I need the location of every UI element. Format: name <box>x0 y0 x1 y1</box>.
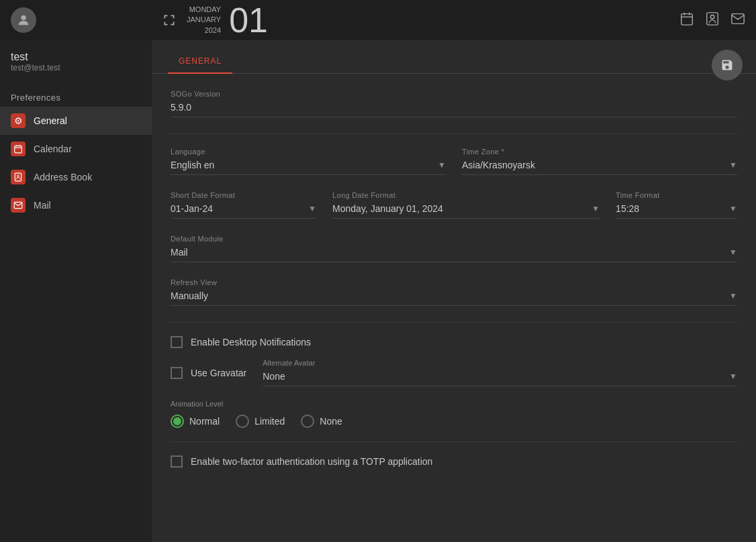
fullscreen-button[interactable] <box>162 13 176 27</box>
gear-icon: ⚙ <box>11 113 26 128</box>
topbar: MONDAY JANUARY 2024 01 <box>0 0 756 40</box>
sidebar-item-general[interactable]: ⚙ General <box>0 107 152 135</box>
timezone-label: Time Zone * <box>462 148 737 156</box>
totp-row[interactable]: Enable two-factor authentication using a… <box>171 455 737 468</box>
date-number: 01 <box>229 3 268 38</box>
short-date-field: Short Date Format 01-Jan-24 ▼ <box>171 191 316 219</box>
sidebar-item-mail[interactable]: Mail <box>0 191 152 219</box>
main-area: test test@test.test Preferences ⚙ Genera… <box>0 40 756 542</box>
avatar <box>11 7 36 33</box>
animation-limited-label: Limited <box>254 416 285 427</box>
sidebar-item-label: Mail <box>34 200 51 211</box>
date-format-row: Short Date Format 01-Jan-24 ▼ Long Date … <box>171 191 737 219</box>
animation-none-label: None <box>320 416 342 427</box>
gravatar-left: Use Gravatar <box>171 367 246 379</box>
radio-normal-inner <box>173 417 181 425</box>
svg-point-0 <box>21 15 26 20</box>
topbar-left <box>11 7 162 33</box>
animation-none[interactable]: None <box>301 415 342 428</box>
refresh-view-select-wrapper[interactable]: Manually ▼ <box>171 290 737 306</box>
timezone-select[interactable]: Asia/Krasnoyarsk <box>462 160 729 170</box>
svg-rect-1 <box>681 13 693 24</box>
sidebar-item-label: Address Book <box>34 172 92 182</box>
default-module-row: Default Module Mail ▼ <box>171 235 737 262</box>
default-module-select-wrapper[interactable]: Mail ▼ <box>171 247 737 262</box>
language-select[interactable]: English en <box>171 160 438 170</box>
sidebar-item-calendar[interactable]: Calendar <box>0 135 152 163</box>
refresh-view-select[interactable]: Manually <box>171 290 729 301</box>
language-label: Language <box>171 148 446 156</box>
language-select-arrow: ▼ <box>438 160 446 170</box>
svg-rect-4 <box>732 13 744 23</box>
language-field: Language English en ▼ <box>171 148 446 175</box>
svg-rect-5 <box>15 146 22 153</box>
alternate-avatar-arrow: ▼ <box>729 372 737 381</box>
sidebar: test test@test.test Preferences ⚙ Genera… <box>0 40 152 542</box>
long-date-field: Long Date Format Monday, January 01, 202… <box>332 191 600 219</box>
time-format-select-wrapper[interactable]: 15:28 ▼ <box>616 203 737 219</box>
calendar-icon <box>11 142 26 156</box>
radio-none-outer <box>301 415 314 428</box>
radio-limited-outer <box>236 415 249 428</box>
totp-checkbox[interactable] <box>171 455 183 468</box>
sidebar-section-label: Preferences <box>0 83 152 107</box>
timezone-select-arrow: ▼ <box>729 160 737 170</box>
svg-point-3 <box>710 15 714 19</box>
notifications-checkbox-row[interactable]: Enable Desktop Notifications <box>171 336 737 348</box>
save-button[interactable] <box>712 50 743 80</box>
gravatar-checkbox[interactable] <box>171 367 183 379</box>
calendar-top-icon[interactable] <box>679 11 694 30</box>
refresh-view-row: Refresh View Manually ▼ <box>171 278 737 306</box>
timezone-field: Time Zone * Asia/Krasnoyarsk ▼ <box>462 148 737 175</box>
animation-radio-group: Normal Limited None <box>171 415 737 428</box>
svg-point-7 <box>17 175 19 177</box>
animation-normal-label: Normal <box>189 416 220 427</box>
default-module-label: Default Module <box>171 235 737 243</box>
addressbook-icon <box>11 170 26 184</box>
default-module-arrow: ▼ <box>729 248 737 257</box>
short-date-label: Short Date Format <box>171 191 316 199</box>
default-module-select[interactable]: Mail <box>171 247 729 258</box>
short-date-select[interactable]: 01-Jan-24 <box>171 203 308 214</box>
long-date-select-wrapper[interactable]: Monday, January 01, 2024 ▼ <box>332 203 600 219</box>
user-info: test test@test.test <box>0 46 152 83</box>
animation-section: Animation Level Normal Limited No <box>171 400 737 428</box>
alternate-avatar-select-wrapper[interactable]: None ▼ <box>263 371 737 386</box>
language-select-wrapper[interactable]: English en ▼ <box>171 160 446 175</box>
animation-normal[interactable]: Normal <box>171 415 220 428</box>
user-name: test <box>11 51 141 63</box>
month-name: JANUARY <box>187 15 221 25</box>
time-format-select[interactable]: 15:28 <box>616 203 729 214</box>
refresh-view-label: Refresh View <box>171 278 737 286</box>
totp-label: Enable two-factor authentication using a… <box>191 456 432 467</box>
short-date-select-wrapper[interactable]: 01-Jan-24 ▼ <box>171 203 316 219</box>
contacts-top-icon[interactable] <box>705 11 720 30</box>
content-area: GENERAL SOGo Version 5.9.0 Language Engl… <box>152 40 756 542</box>
tab-bar: GENERAL <box>152 40 756 74</box>
sogo-version-row: SOGo Version 5.9.0 <box>171 90 737 117</box>
sidebar-item-label: Calendar <box>34 144 72 154</box>
tab-general[interactable]: GENERAL <box>168 50 232 74</box>
sogo-version-label: SOGo Version <box>171 90 737 98</box>
gravatar-row: Use Gravatar Alternate Avatar None ▼ <box>171 359 737 386</box>
topbar-center: MONDAY JANUARY 2024 01 <box>162 3 679 38</box>
refresh-view-arrow: ▼ <box>729 291 737 301</box>
sidebar-item-label: General <box>34 115 67 126</box>
long-date-label: Long Date Format <box>332 191 600 199</box>
radio-normal-outer <box>171 415 184 428</box>
time-format-arrow: ▼ <box>729 204 737 213</box>
mail-icon <box>11 198 26 213</box>
sidebar-item-address-book[interactable]: Address Book <box>0 163 152 191</box>
topbar-icons <box>679 11 745 30</box>
time-format-field: Time Format 15:28 ▼ <box>616 191 737 219</box>
mail-top-icon[interactable] <box>730 11 745 30</box>
notifications-checkbox[interactable] <box>171 336 183 348</box>
alternate-avatar-select[interactable]: None <box>263 371 729 382</box>
long-date-select[interactable]: Monday, January 01, 2024 <box>332 203 592 214</box>
timezone-select-wrapper[interactable]: Asia/Krasnoyarsk ▼ <box>462 160 737 175</box>
date-block: MONDAY JANUARY 2024 01 <box>187 3 268 38</box>
user-email: test@test.test <box>11 63 141 72</box>
notifications-label: Enable Desktop Notifications <box>191 337 311 347</box>
animation-limited[interactable]: Limited <box>236 415 285 428</box>
day-name: MONDAY <box>187 5 221 15</box>
